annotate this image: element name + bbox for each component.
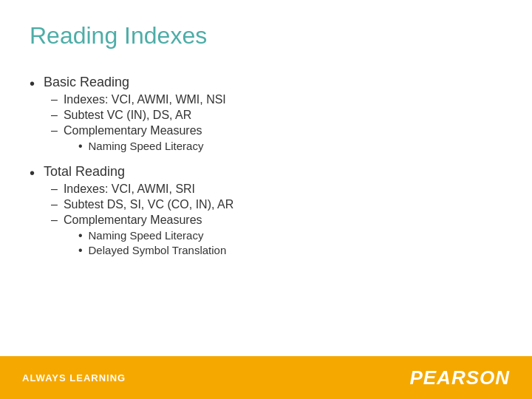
dash-icon: – xyxy=(51,198,58,211)
footer: ALWAYS LEARNING PEARSON xyxy=(0,356,532,399)
bullet-content-1: Basic Reading – Indexes: VCI, AWMI, WMI,… xyxy=(44,75,226,157)
basic-reading-sub-list: – Indexes: VCI, AWMI, WMI, NSI – Subtest… xyxy=(44,93,226,157)
sub-list-item: – Indexes: VCI, AWMI, WMI, NSI xyxy=(44,93,226,106)
total-reading-label: Total Reading xyxy=(44,164,233,180)
slide: Reading Indexes • Basic Reading – Indexe… xyxy=(0,0,532,399)
basic-complementary: Complementary Measures • Naming Speed Li… xyxy=(64,124,204,154)
sub-sub-item: • Delayed Symbol Translation xyxy=(64,244,226,257)
dash-icon: – xyxy=(51,214,58,227)
bullet-dot-1: • xyxy=(30,75,35,92)
basic-reading-label: Basic Reading xyxy=(44,75,226,90)
total-complementary: Complementary Measures • Naming Speed Li… xyxy=(64,214,226,259)
bullet-content-2: Total Reading – Indexes: VCI, AWMI, SRI … xyxy=(44,164,233,261)
small-dot-icon: • xyxy=(78,229,83,242)
sub-list-item: – Subtest VC (IN), DS, AR xyxy=(44,109,226,122)
content-area: Reading Indexes • Basic Reading – Indexe… xyxy=(0,0,532,356)
dash-icon: – xyxy=(51,93,58,106)
bullet-dot-2: • xyxy=(30,165,35,182)
basic-complementary-sub: • Naming Speed Literacy xyxy=(64,140,204,153)
sub-sub-item: • Naming Speed Literacy xyxy=(64,140,204,153)
sub-list-item: – Subtest DS, SI, VC (CO, IN), AR xyxy=(44,198,233,211)
dash-icon: – xyxy=(51,183,58,196)
basic-indexes: Indexes: VCI, AWMI, WMI, NSI xyxy=(64,93,226,106)
list-item: • Basic Reading – Indexes: VCI, AWMI, WM… xyxy=(30,75,502,157)
sub-list-item: – Complementary Measures • Naming Speed … xyxy=(44,214,233,259)
main-bullet-list: • Basic Reading – Indexes: VCI, AWMI, WM… xyxy=(30,75,502,261)
list-item: • Total Reading – Indexes: VCI, AWMI, SR… xyxy=(30,164,502,261)
basic-subtest: Subtest VC (IN), DS, AR xyxy=(64,109,191,122)
total-indexes: Indexes: VCI, AWMI, SRI xyxy=(64,183,195,196)
sub-list-item: – Indexes: VCI, AWMI, SRI xyxy=(44,183,233,196)
sub-list-item: – Complementary Measures • Naming Speed … xyxy=(44,124,226,154)
total-subtest: Subtest DS, SI, VC (CO, IN), AR xyxy=(64,198,233,211)
total-reading-sub-list: – Indexes: VCI, AWMI, SRI – Subtest DS, … xyxy=(44,183,233,261)
sub-sub-item: • Naming Speed Literacy xyxy=(64,229,226,242)
total-complementary-sub: • Naming Speed Literacy • Delayed Symbol… xyxy=(64,229,226,257)
always-learning-text: ALWAYS LEARNING xyxy=(22,372,126,383)
dash-icon: – xyxy=(51,124,58,137)
page-title: Reading Indexes xyxy=(30,22,502,54)
dash-icon: – xyxy=(51,109,58,122)
pearson-logo: PEARSON xyxy=(409,366,510,389)
small-dot-icon: • xyxy=(78,140,83,153)
small-dot-icon: • xyxy=(78,244,83,257)
